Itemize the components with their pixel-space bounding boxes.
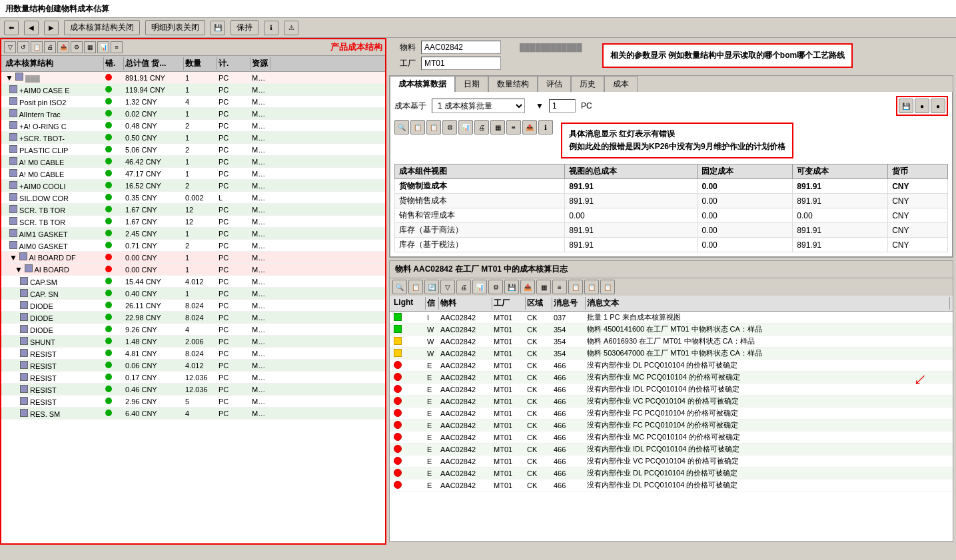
extra-btn2[interactable]: ● bbox=[931, 99, 945, 113]
tab-qty-structure[interactable]: 数量结构 bbox=[488, 76, 538, 92]
tree-row[interactable]: RESIST 2.96 CNY 5 PC MT01 1570006900 bbox=[1, 396, 385, 408]
expand-icon[interactable]: 📋 bbox=[31, 41, 43, 53]
refresh-icon[interactable]: ↺ bbox=[17, 41, 29, 53]
log-row[interactable]: E AAC02842 MT01 CK 466 没有内部作业 MC PCQ0101… bbox=[390, 431, 953, 443]
log-type: E bbox=[426, 410, 439, 418]
tab-history[interactable]: 历史 bbox=[571, 76, 604, 92]
log-row[interactable]: E AAC02842 MT01 CK 466 没有内部作业 MC PCQ0101… bbox=[390, 372, 953, 384]
tree-row[interactable]: AIM0 GASKET 0.71 CNY 2 PC MT01 402015910… bbox=[1, 240, 385, 252]
tree-row[interactable]: AIM1 GASKET 2.45 CNY 1 PC MT01 402015900… bbox=[1, 228, 385, 240]
log-icon-4[interactable]: ▽ bbox=[440, 280, 455, 294]
log-row[interactable]: E AAC02842 MT01 CK 466 没有内部作业 DL PCQ0101… bbox=[390, 360, 953, 372]
toolbar-icon-nav-fwd[interactable]: ▶ bbox=[44, 21, 59, 35]
d-icon-3[interactable]: 📋 bbox=[426, 120, 441, 135]
d-icon-5[interactable]: 📊 bbox=[458, 120, 473, 135]
log-icon-1[interactable]: 🔍 bbox=[392, 280, 407, 294]
log-row[interactable]: W AAC02842 MT01 CK 354 物料 A6016930 在工厂 M… bbox=[390, 336, 953, 348]
tree-row[interactable]: ▼ AI BOARD DF 0.00 CNY 1 PC MT01 A601427… bbox=[1, 252, 385, 264]
tree-row[interactable]: CAP.SM 15.44 CNY 4.012 PC MT01 150004040… bbox=[1, 276, 385, 288]
tree-row[interactable]: RES. SM 6.40 CNY 4 PC MT01 1570011700 bbox=[1, 408, 385, 420]
log-icon-3[interactable]: 🔄 bbox=[424, 280, 439, 294]
log-row[interactable]: E AAC02842 MT01 CK 466 没有内部作业 IDL PCQ010… bbox=[390, 384, 953, 396]
log-row[interactable]: E AAC02842 MT01 CK 466 没有内部作业 DL PCQ0101… bbox=[390, 467, 953, 479]
tree-row[interactable]: ▼ AI BOARD 0.00 CNY 1 PC MT01 A1008510 bbox=[1, 264, 385, 276]
print-icon[interactable]: 🖨 bbox=[44, 41, 56, 53]
tree-row[interactable]: RESIST 0.06 CNY 4.012 PC MT01 1550034400 bbox=[1, 360, 385, 372]
tree-row[interactable]: ▼ ▓▓▓ 891.91 CNY 1 PC MT01 AAC02842 bbox=[1, 72, 385, 84]
tree-row[interactable]: SCR. TB TOR 1.67 CNY 12 PC MT01 45001346… bbox=[1, 204, 385, 216]
log-row[interactable]: E AAC02842 MT01 CK 466 没有内部作业 VC PCQ0101… bbox=[390, 455, 953, 467]
extra-btn1[interactable]: ● bbox=[915, 99, 929, 113]
tree-row[interactable]: RESIST 4.81 CNY 8.024 PC MT01 1550033800 bbox=[1, 348, 385, 360]
tree-row[interactable]: SIL.DOW COR 0.35 CNY 0.002 L MT01 406000… bbox=[1, 192, 385, 204]
log-icon-10[interactable]: ▦ bbox=[536, 280, 551, 294]
tab-cost-calc[interactable]: 成本核算数据 bbox=[390, 76, 455, 92]
tree-row[interactable]: DIODE 9.26 CNY 4 PC MT01 1520021200 bbox=[1, 324, 385, 336]
d-icon-9[interactable]: 📤 bbox=[522, 120, 537, 135]
log-icon-11[interactable]: ≡ bbox=[552, 280, 567, 294]
tree-row[interactable]: +SCR. TBOT- 0.50 CNY 1 PC MT01 450013750… bbox=[1, 132, 385, 144]
log-icon-12[interactable]: 📋 bbox=[568, 280, 583, 294]
settings-icon[interactable]: ⚙ bbox=[71, 41, 83, 53]
log-icon-8[interactable]: 💾 bbox=[504, 280, 519, 294]
log-row[interactable]: E AAC02842 MT01 CK 466 没有内部作业 DL PCQ0101… bbox=[390, 479, 953, 491]
tab-evaluation[interactable]: 评估 bbox=[538, 76, 571, 92]
log-icon-5[interactable]: 🖨 bbox=[456, 280, 471, 294]
tree-row[interactable]: SCR. TB TOR 1.67 CNY 12 PC MT01 45001346… bbox=[1, 216, 385, 228]
tree-row-plastic-clip[interactable]: PLASTIC CLIP 5.06 CNY 2 PC MT01 45001384… bbox=[1, 144, 385, 156]
d-icon-10[interactable]: ℹ bbox=[538, 120, 553, 135]
toolbar-icon-nav-back[interactable]: ◀ bbox=[24, 21, 39, 35]
filter-icon[interactable]: ▽ bbox=[4, 41, 16, 53]
cost-base-select[interactable]: 1 成本核算批量 bbox=[432, 99, 525, 113]
tree-row[interactable]: CAP. SN 0.40 CNY 1 PC MT01 1500042000 bbox=[1, 288, 385, 300]
d-icon-1[interactable]: 🔍 bbox=[394, 120, 409, 135]
log-row[interactable]: E AAC02842 MT01 CK 466 没有内部作业 FC PCQ0101… bbox=[390, 420, 953, 431]
tree-row[interactable]: RESIST 0.17 CNY 12.036 PC MT01 155003630… bbox=[1, 372, 385, 384]
d-icon-7[interactable]: ▦ bbox=[490, 120, 505, 135]
log-row[interactable]: E AAC02842 MT01 CK 466 没有内部作业 VC PCQ0101… bbox=[390, 396, 953, 408]
tree-row[interactable]: RESIST 0.46 CNY 12.036 PC MT01 156006220… bbox=[1, 384, 385, 396]
tab-cost[interactable]: 成本 bbox=[604, 76, 638, 92]
log-row[interactable]: W AAC02842 MT01 CK 354 物料 4500141600 在工厂… bbox=[390, 324, 953, 336]
save-btn[interactable]: 保持 bbox=[231, 20, 258, 35]
tree-row[interactable]: A! M0 CABLE 47.17 CNY 1 PC MT01 20103193… bbox=[1, 168, 385, 180]
table-icon[interactable]: ▦ bbox=[84, 41, 96, 53]
log-row[interactable]: I AAC02842 MT01 CK 037 批量 1 PC 来自成本核算视图 bbox=[390, 312, 953, 324]
log-icon-14[interactable]: 📋 bbox=[600, 280, 615, 294]
tree-row[interactable]: +AIM0 COOLI 16.52 CNY 2 PC MT01 40101925… bbox=[1, 180, 385, 192]
cost-base-qty-input[interactable] bbox=[549, 99, 576, 113]
export-icon[interactable]: 📤 bbox=[57, 41, 69, 53]
log-row[interactable]: E AAC02842 MT01 CK 466 没有内部作业 IDL PCQ010… bbox=[390, 443, 953, 455]
tree-row[interactable]: A! M0 CABLE 46.42 CNY 1 PC MT01 20103191… bbox=[1, 156, 385, 168]
info-icon[interactable]: ℹ bbox=[264, 21, 278, 35]
d-icon-2[interactable]: 📋 bbox=[410, 120, 425, 135]
calc-btn[interactable]: 💾 bbox=[899, 99, 913, 113]
tree-row[interactable]: +A! O-RING C 0.48 CNY 2 PC MT01 40201777… bbox=[1, 120, 385, 132]
toolbar-save-icon[interactable]: 💾 bbox=[211, 21, 225, 35]
d-icon-4[interactable]: ⚙ bbox=[442, 120, 457, 135]
tree-row[interactable]: +AIM0 CASE E 119.94 CNY 1 PC MT01 401018… bbox=[1, 84, 385, 96]
log-icon-6[interactable]: 📊 bbox=[472, 280, 487, 294]
tree-row[interactable]: DIODE 26.11 CNY 8.024 PC MT01 1520014600 bbox=[1, 300, 385, 312]
list-icon[interactable]: ≡ bbox=[111, 41, 123, 53]
log-icon-9[interactable]: 📤 bbox=[520, 280, 535, 294]
toolbar-icon-1[interactable]: ⬅ bbox=[4, 21, 19, 35]
d-icon-6[interactable]: 🖨 bbox=[474, 120, 489, 135]
cost-structure-close-btn[interactable]: 成本核算结构关闭 bbox=[64, 20, 140, 35]
warning-icon[interactable]: ⚠ bbox=[284, 21, 298, 35]
d-icon-8[interactable]: ≡ bbox=[506, 120, 521, 135]
tab-date[interactable]: 日期 bbox=[455, 76, 488, 92]
chart-icon[interactable]: 📊 bbox=[97, 41, 109, 53]
log-icon-2[interactable]: 📋 bbox=[408, 280, 423, 294]
tree-cell-qty: 2.006 bbox=[184, 338, 217, 346]
tree-cell-unit: PC bbox=[217, 146, 250, 154]
tree-row[interactable]: SHUNT 1.48 CNY 2.006 PC MT01 1550000120 bbox=[1, 336, 385, 348]
log-icon-13[interactable]: 📋 bbox=[584, 280, 599, 294]
detail-list-close-btn[interactable]: 明细列表关闭 bbox=[145, 20, 205, 35]
tree-row[interactable]: Posit pin ISO2 1.32 CNY 4 PC MT01 450014… bbox=[1, 96, 385, 108]
log-row[interactable]: E AAC02842 MT01 CK 466 没有内部作业 FC PCQ0101… bbox=[390, 408, 953, 420]
log-icon-7[interactable]: ⚙ bbox=[488, 280, 503, 294]
tree-row[interactable]: AlIntern Trac 0.02 CNY 1 PC MT01 5030647… bbox=[1, 108, 385, 120]
tree-row[interactable]: DIODE 22.98 CNY 8.024 PC MT01 1520019800 bbox=[1, 312, 385, 324]
log-row[interactable]: W AAC02842 MT01 CK 354 物料 5030647000 在工厂… bbox=[390, 348, 953, 360]
